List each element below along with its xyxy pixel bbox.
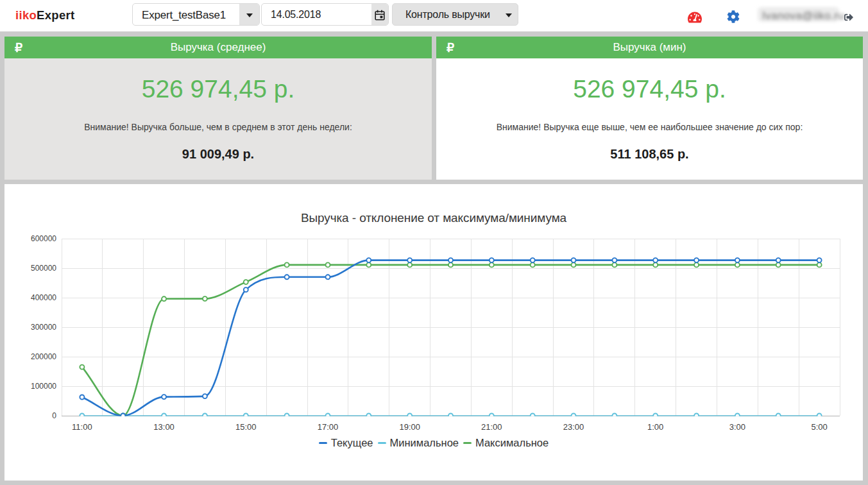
svg-text:23:00: 23:00 [563, 422, 584, 432]
svg-text:13:00: 13:00 [153, 422, 174, 432]
svg-text:3:00: 3:00 [729, 422, 745, 432]
svg-text:600000: 600000 [31, 234, 56, 243]
svg-text:15:00: 15:00 [235, 422, 257, 432]
svg-text:11:00: 11:00 [72, 422, 92, 432]
svg-text:400000: 400000 [31, 293, 56, 302]
svg-text:200000: 200000 [31, 352, 56, 361]
svg-text:0: 0 [52, 411, 56, 420]
svg-text:500000: 500000 [31, 264, 56, 273]
svg-text:300000: 300000 [31, 323, 56, 332]
svg-text:17:00: 17:00 [318, 422, 339, 432]
svg-text:5:00: 5:00 [811, 422, 827, 432]
svg-text:1:00: 1:00 [647, 422, 663, 432]
svg-text:19:00: 19:00 [399, 422, 420, 432]
svg-text:21:00: 21:00 [481, 422, 502, 432]
svg-text:100000: 100000 [31, 382, 56, 391]
